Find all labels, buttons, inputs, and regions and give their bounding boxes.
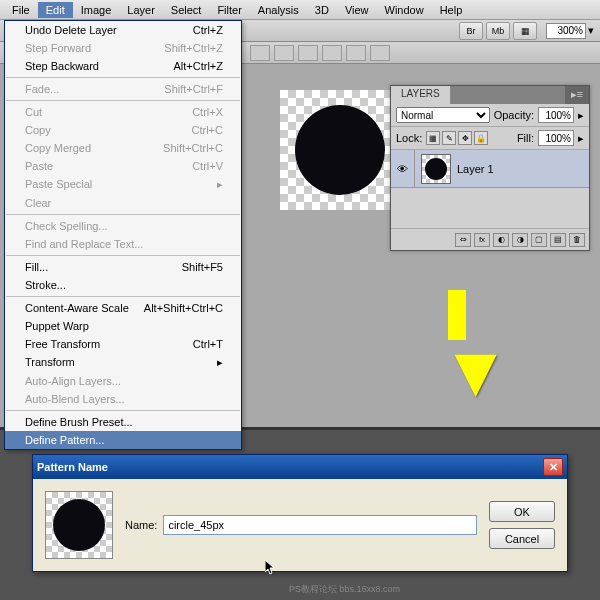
menu-item[interactable]: Free TransformCtrl+T xyxy=(5,335,241,353)
menu-item: Find and Replace Text... xyxy=(5,235,241,253)
bridge-button[interactable]: Br xyxy=(459,22,483,40)
pattern-name-input[interactable] xyxy=(163,515,477,535)
layer-name[interactable]: Layer 1 xyxy=(457,163,494,175)
menu-item[interactable]: Step BackwardAlt+Ctrl+Z xyxy=(5,57,241,75)
layers-panel: LAYERS▸≡ Normal Opacity: ▸ Lock: ▦✎✥🔒 Fi… xyxy=(390,85,590,251)
blend-mode-select[interactable]: Normal xyxy=(396,107,490,123)
fill-input[interactable] xyxy=(538,130,574,146)
menu-analysis[interactable]: Analysis xyxy=(250,2,307,18)
menu-item[interactable]: Puppet Warp xyxy=(5,317,241,335)
menu-item: CutCtrl+X xyxy=(5,103,241,121)
arrow-annotation: ▼ xyxy=(440,330,511,412)
menu-image[interactable]: Image xyxy=(73,2,120,18)
close-button[interactable]: ✕ xyxy=(543,458,563,476)
visibility-toggle[interactable]: 👁 xyxy=(391,150,415,187)
menu-layer[interactable]: Layer xyxy=(119,2,163,18)
mask-icon[interactable]: ◐ xyxy=(493,233,509,247)
menu-item[interactable]: Define Brush Preset... xyxy=(5,413,241,431)
opacity-input[interactable] xyxy=(538,107,574,123)
group-icon[interactable]: ▢ xyxy=(531,233,547,247)
fx-icon[interactable]: fx xyxy=(474,233,490,247)
new-layer-icon[interactable]: ▤ xyxy=(550,233,566,247)
menu-item: Fade...Shift+Ctrl+F xyxy=(5,80,241,98)
align-button[interactable] xyxy=(298,45,318,61)
menu-item[interactable]: Define Pattern... xyxy=(5,431,241,449)
dialog-title: Pattern Name xyxy=(37,461,108,473)
opacity-flyout-icon[interactable]: ▸ xyxy=(578,109,584,122)
menu-item[interactable]: Undo Delete LayerCtrl+Z xyxy=(5,21,241,39)
trash-icon[interactable]: 🗑 xyxy=(569,233,585,247)
screen-mode-button[interactable]: ▦ xyxy=(513,22,537,40)
adjustment-icon[interactable]: ◑ xyxy=(512,233,528,247)
watermark: PS教程论坛 bbs.16xx8.com xyxy=(289,583,400,596)
align-button[interactable] xyxy=(250,45,270,61)
menu-item: Paste Special ▸ xyxy=(5,175,241,194)
pattern-name-dialog: Pattern Name✕ Name: OK Cancel xyxy=(32,454,568,572)
menu-item[interactable]: Stroke... xyxy=(5,276,241,294)
circle-shape xyxy=(295,105,385,195)
align-button[interactable] xyxy=(370,45,390,61)
link-layers-icon[interactable]: ⇔ xyxy=(455,233,471,247)
menu-item: Check Spelling... xyxy=(5,217,241,235)
document-canvas[interactable] xyxy=(280,90,400,210)
lock-pixels-icon[interactable]: ✎ xyxy=(442,131,456,145)
menu-3d[interactable]: 3D xyxy=(307,2,337,18)
layers-tab[interactable]: LAYERS xyxy=(391,86,451,104)
menu-item: Clear xyxy=(5,194,241,212)
name-label: Name: xyxy=(125,519,157,531)
lock-transparent-icon[interactable]: ▦ xyxy=(426,131,440,145)
align-button[interactable] xyxy=(322,45,342,61)
menu-view[interactable]: View xyxy=(337,2,377,18)
align-button[interactable] xyxy=(274,45,294,61)
zoom-input[interactable] xyxy=(546,23,586,39)
menu-item: Step ForwardShift+Ctrl+Z xyxy=(5,39,241,57)
fill-label: Fill: xyxy=(517,132,534,144)
menu-select[interactable]: Select xyxy=(163,2,210,18)
menu-item: CopyCtrl+C xyxy=(5,121,241,139)
layer-thumbnail[interactable] xyxy=(421,154,451,184)
layer-row[interactable]: 👁 Layer 1 xyxy=(391,150,589,188)
menu-file[interactable]: File xyxy=(4,2,38,18)
lock-label: Lock: xyxy=(396,132,422,144)
menu-filter[interactable]: Filter xyxy=(209,2,249,18)
lock-all-icon[interactable]: 🔒 xyxy=(474,131,488,145)
panel-menu-icon[interactable]: ▸≡ xyxy=(565,86,589,104)
mb-button[interactable]: Mb xyxy=(486,22,510,40)
menubar: FileEditImageLayerSelectFilterAnalysis3D… xyxy=(0,0,600,20)
menu-item: Auto-Align Layers... xyxy=(5,372,241,390)
menu-help[interactable]: Help xyxy=(432,2,471,18)
ok-button[interactable]: OK xyxy=(489,501,555,522)
menu-edit[interactable]: Edit xyxy=(38,2,73,18)
lock-position-icon[interactable]: ✥ xyxy=(458,131,472,145)
opacity-label: Opacity: xyxy=(494,109,534,121)
zoom-dropdown-icon[interactable]: ▾ xyxy=(588,24,594,37)
menu-window[interactable]: Window xyxy=(377,2,432,18)
menu-item[interactable]: Transform ▸ xyxy=(5,353,241,372)
align-button[interactable] xyxy=(346,45,366,61)
menu-item[interactable]: Fill...Shift+F5 xyxy=(5,258,241,276)
menu-item[interactable]: Content-Aware ScaleAlt+Shift+Ctrl+C xyxy=(5,299,241,317)
menu-item: Auto-Blend Layers... xyxy=(5,390,241,408)
menu-item: PasteCtrl+V xyxy=(5,157,241,175)
fill-flyout-icon[interactable]: ▸ xyxy=(578,132,584,145)
menu-item: Copy MergedShift+Ctrl+C xyxy=(5,139,241,157)
pattern-thumbnail xyxy=(45,491,113,559)
cancel-button[interactable]: Cancel xyxy=(489,528,555,549)
edit-menu: Undo Delete LayerCtrl+ZStep ForwardShift… xyxy=(4,20,242,450)
